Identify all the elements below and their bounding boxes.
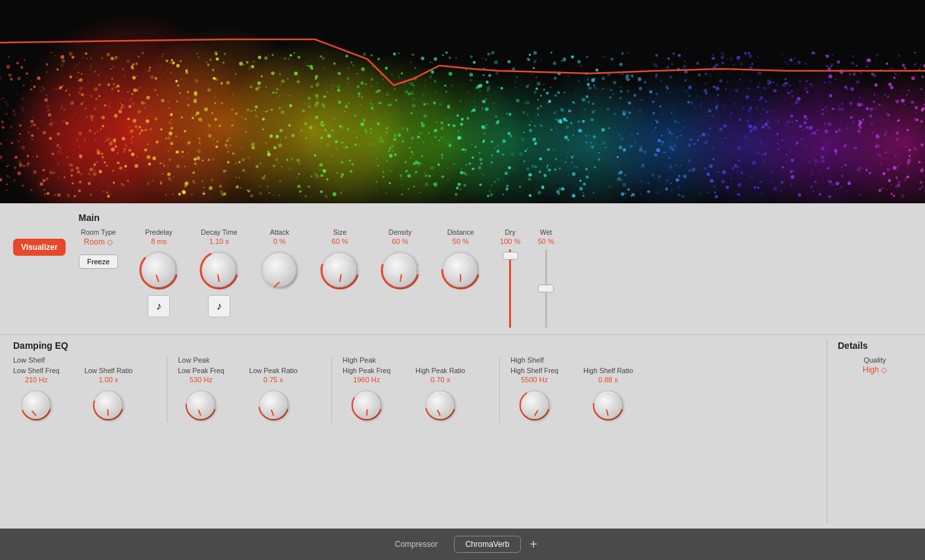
size-group: Size 60 % <box>319 228 361 291</box>
high-peak-ratio-value: 0.70 x <box>430 376 450 384</box>
distance-indicator <box>460 274 461 282</box>
visualizer-button[interactable]: Visualizer <box>13 239 66 256</box>
size-knob-wrapper <box>319 249 361 291</box>
dry-slider-group: Dry 100 % <box>500 228 520 328</box>
band-divider-1 <box>167 356 167 423</box>
predelay-group: Predelay 8 ms ♪ <box>138 228 180 317</box>
high-shelf-freq-group: High Shelf Freq 5500 Hz <box>510 367 558 423</box>
low-shelf-controls: Low Shelf Freq 210 Hz <box>13 367 151 423</box>
size-knob[interactable] <box>323 254 356 287</box>
high-peak-title: High Peak <box>342 356 483 364</box>
high-shelf-ratio-knob[interactable] <box>594 391 622 419</box>
predelay-value: 8 ms <box>151 237 167 245</box>
footer: Compressor ChromaVerb + <box>0 529 925 560</box>
damping-eq-title: Damping EQ <box>13 340 827 351</box>
predelay-knob-wrapper <box>138 249 180 291</box>
high-peak-ratio-label: High Peak Ratio <box>415 367 465 374</box>
dry-label: Dry <box>504 228 515 236</box>
low-shelf-freq-group: Low Shelf Freq 210 Hz <box>13 367 60 423</box>
high-peak-freq-label: High Peak Freq <box>342 367 390 374</box>
dry-thumb[interactable] <box>503 252 518 260</box>
low-peak-ratio-label: Low Peak Ratio <box>249 367 298 374</box>
room-type-label: Room Type <box>79 228 118 236</box>
lpf-indicator <box>198 409 201 416</box>
bottom-section: Damping EQ Low Shelf Low Shelf Freq 210 … <box>0 334 925 529</box>
hsf-indicator <box>534 410 539 416</box>
high-peak-ratio-knob-wrapper <box>422 388 458 423</box>
size-indicator <box>339 274 342 282</box>
decay-indicator <box>217 274 220 282</box>
tab-chromaverb[interactable]: ChromaVerb <box>454 536 520 553</box>
distance-group: Distance 50 % <box>440 228 482 291</box>
attack-knob[interactable] <box>263 254 296 287</box>
main-title: Main <box>79 212 912 223</box>
low-shelf-freq-label: Low Shelf Freq <box>13 367 60 374</box>
wet-thumb[interactable] <box>538 285 554 292</box>
density-value: 60 % <box>392 237 409 245</box>
predelay-note-button[interactable]: ♪ <box>148 295 170 317</box>
decay-time-value: 1.10 s <box>209 237 229 245</box>
high-peak-band: High Peak High Peak Freq 1960 Hz <box>342 356 483 423</box>
high-shelf-ratio-label: High Shelf Ratio <box>583 367 633 374</box>
high-shelf-band: High Shelf High Shelf Freq 5500 Hz <box>510 356 651 423</box>
density-knob[interactable] <box>384 254 417 287</box>
main-content: Main Room Type Room ◇ Freeze Predelay 8 … <box>79 212 912 328</box>
attack-label: Attack <box>270 228 289 236</box>
size-label: Size <box>333 228 346 236</box>
details-section: Details Quality High ◇ <box>827 340 912 523</box>
low-shelf-ratio-label: Low Shelf Ratio <box>85 367 133 374</box>
details-title: Details <box>838 340 912 351</box>
decay-time-knob[interactable] <box>203 254 236 287</box>
room-type-section: Room Type Room ◇ Freeze <box>79 228 118 269</box>
decay-time-label: Decay Time <box>201 228 237 236</box>
high-shelf-freq-knob[interactable] <box>521 391 548 419</box>
low-peak-ratio-value: 0.75 x <box>264 376 283 384</box>
low-shelf-freq-value: 210 Hz <box>25 376 48 384</box>
high-peak-freq-knob[interactable] <box>353 391 380 419</box>
low-shelf-freq-knob-wrapper <box>18 388 54 423</box>
high-shelf-freq-value: 5500 Hz <box>521 376 548 384</box>
high-peak-ratio-knob[interactable] <box>426 391 454 419</box>
predelay-knob[interactable] <box>142 254 175 287</box>
wet-value: 50 % <box>538 237 554 245</box>
low-shelf-freq-knob[interactable] <box>22 391 50 419</box>
distance-knob-wrapper <box>440 249 482 291</box>
low-peak-freq-knob-wrapper <box>183 388 218 423</box>
low-peak-ratio-group: Low Peak Ratio 0.75 x <box>249 367 298 423</box>
visualizer-section <box>0 0 925 203</box>
high-peak-controls: High Peak Freq 1960 Hz <box>342 367 483 423</box>
freeze-button[interactable]: Freeze <box>79 254 118 269</box>
room-type-value[interactable]: Room ◇ <box>79 237 118 247</box>
low-peak-band: Low Peak Low Peak Freq 530 Hz <box>178 356 316 423</box>
attack-group: Attack 0 % <box>258 228 300 291</box>
low-peak-ratio-knob[interactable] <box>260 391 287 419</box>
lsr-indicator <box>108 409 110 416</box>
attack-value: 0 % <box>274 237 286 245</box>
tab-compressor[interactable]: Compressor <box>384 536 449 553</box>
high-peak-freq-group: High Peak Freq 1960 Hz <box>342 367 390 423</box>
low-peak-freq-value: 530 Hz <box>190 376 213 384</box>
predelay-indicator <box>155 274 159 282</box>
high-peak-freq-knob-wrapper <box>349 388 384 423</box>
hsr-indicator <box>606 409 609 416</box>
density-group: Density 60 % <box>379 228 421 291</box>
hpr-indicator <box>437 410 441 416</box>
low-peak-freq-group: Low Peak Freq 530 Hz <box>178 367 224 423</box>
density-label: Density <box>389 228 412 236</box>
low-peak-title: Low Peak <box>178 356 316 364</box>
add-plugin-button[interactable]: + <box>526 538 542 551</box>
decay-note-button[interactable]: ♪ <box>208 295 230 317</box>
wet-slider-container <box>536 249 556 328</box>
dry-track <box>509 249 511 328</box>
low-shelf-band: Low Shelf Low Shelf Freq 210 Hz <box>13 356 151 423</box>
high-shelf-controls: High Shelf Freq 5500 Hz <box>510 367 651 423</box>
low-shelf-ratio-group: Low Shelf Ratio 1.00 x <box>85 367 133 423</box>
eq-bands: Low Shelf Low Shelf Freq 210 Hz <box>13 356 827 423</box>
quality-value[interactable]: High ◇ <box>838 365 912 374</box>
lsf-indicator <box>31 410 37 416</box>
band-divider-3 <box>499 356 500 423</box>
main-controls: Room Type Room ◇ Freeze Predelay 8 ms <box>79 228 912 328</box>
high-shelf-title: High Shelf <box>510 356 651 364</box>
distance-knob[interactable] <box>444 254 477 287</box>
distance-label: Distance <box>447 228 474 236</box>
